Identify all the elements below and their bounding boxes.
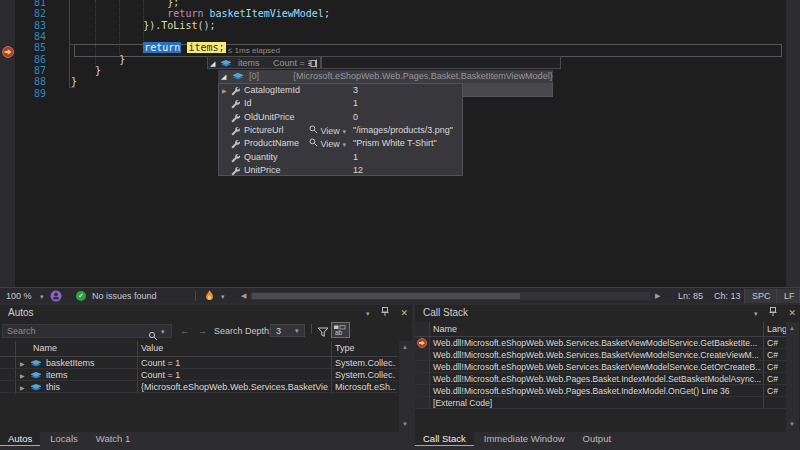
line-number[interactable]: 82 [15,8,46,20]
autos-title[interactable]: Autos [0,305,412,321]
scroll-down-icon[interactable]: ▼ [789,421,795,427]
hot-reload-icon[interactable] [204,290,215,304]
zoom-level[interactable]: 100 % [6,291,32,301]
expander-expanded-icon[interactable]: ◢ [210,60,215,68]
frame-name: Web.dll!Microsoft.eShopWeb.Web.Services.… [433,362,761,372]
column-header-lang[interactable]: Lang [767,324,787,334]
pin-icon[interactable] [381,308,389,318]
line-number[interactable]: 84 [15,31,46,43]
autos-row[interactable]: ▶this{Microsoft.eShopWeb.Web.Services.Ba… [0,381,398,393]
datatip-items-row[interactable]: ◢ items Count = 1 [207,56,321,69]
search-box[interactable]: ▾ [2,324,172,338]
expander-collapsed-icon[interactable]: ▶ [20,384,25,391]
expander-collapsed-icon[interactable]: ▶ [222,87,227,94]
datatip-member-row[interactable]: UnitPrice12 [219,164,462,177]
pin-icon[interactable] [769,308,777,318]
scroll-left-icon[interactable]: ◀ [241,292,246,300]
line-number[interactable]: 87 [15,65,46,77]
search-input[interactable] [7,325,125,337]
line-number[interactable]: 83 [15,20,46,32]
expander-collapsed-icon[interactable]: ▶ [20,372,25,379]
call-stack-scrollbar[interactable]: ▲ ▼ [786,322,799,432]
tab-immediate-window[interactable]: Immediate Window [476,432,573,446]
scroll-up-icon[interactable]: ▲ [789,325,795,331]
column-header-name[interactable]: Name [33,343,57,353]
column-indicator[interactable]: Ch: 13 [714,291,741,301]
code-line[interactable]: } [71,65,101,77]
perf-tip[interactable]: ≤ 1ms elapsed [228,46,280,55]
datatip-member-row[interactable]: ▶CatalogItemId3 [219,84,462,97]
code-line[interactable]: return basketItemViewModel; [71,8,330,20]
code-editor[interactable]: 818283848586878889 }; return basketItemV… [0,0,786,287]
member-value: 1 [353,152,358,162]
scroll-right-icon[interactable]: ▶ [655,292,660,300]
property-wrench-icon [230,139,240,151]
autos-row[interactable]: ▶basketItemsCount = 1System.Collec... [0,357,398,369]
call-stack-frame[interactable]: [External Code] [415,397,786,409]
search-options-caret-icon[interactable]: ▾ [161,328,165,336]
search-depth-select[interactable]: 3 ▾ [270,324,305,337]
scroll-up-icon[interactable]: ▲ [402,344,408,350]
tab-watch-1[interactable]: Watch 1 [88,432,139,446]
view-button[interactable]: View ▾ [309,138,346,149]
datatip-member-row[interactable]: OldUnitPrice0 [219,111,462,124]
datatip-member-row[interactable]: PictureUrl View ▾"/images/products/3.png… [219,124,462,137]
search-depth-caret-icon[interactable]: ▾ [295,327,299,335]
code-line[interactable]: } [71,76,77,88]
live-share-icon[interactable] [50,290,62,304]
line-number[interactable]: 86 [15,54,46,66]
line-number[interactable]: 88 [15,76,46,88]
breakpoint-current-statement-icon[interactable] [2,44,14,56]
hot-reload-caret-icon[interactable]: ▾ [221,293,225,301]
line-number[interactable]: 89 [15,88,46,100]
health-check-icon[interactable]: ✓ [76,291,86,301]
column-header-name[interactable]: Name [433,324,457,334]
view-caret-icon[interactable]: ▾ [342,141,346,148]
column-header-type[interactable]: Type [335,343,355,353]
code-line[interactable]: }).ToList(); [71,20,216,32]
line-number[interactable]: 85 [15,42,46,54]
code-segment: (); [197,20,215,31]
call-stack-frame[interactable]: Web.dll!Microsoft.eShopWeb.Web.Pages.Bas… [415,373,786,385]
view-caret-icon[interactable]: ▾ [342,128,346,135]
line-indicator[interactable]: Ln: 85 [678,291,703,301]
tab-autos[interactable]: Autos [0,432,40,446]
zoom-caret-icon[interactable]: ▾ [40,293,44,301]
close-icon[interactable]: ✕ [788,308,796,318]
window-position-icon[interactable]: ▾ [366,310,370,317]
datatip-element-row[interactable]: ◢ [0] {Microsoft.eShopWeb.Web.Pages.Bask… [218,70,553,83]
autos-row[interactable]: ▶itemsCount = 1System.Collec... [0,369,398,381]
autos-scrollbar[interactable]: ▲ ▼ [399,341,412,432]
expander-collapsed-icon[interactable]: ▶ [20,360,25,367]
call-stack-frame[interactable]: Web.dll!Microsoft.eShopWeb.Web.Services.… [415,361,786,373]
horizontal-scrollbar-thumb[interactable] [252,293,520,299]
code-line[interactable]: return items; [71,42,226,54]
health-status-text[interactable]: No issues found [92,291,157,301]
line-ending-indicator[interactable]: LF [776,289,800,303]
call-stack-title[interactable]: Call Stack [415,305,800,321]
datatip-member-row[interactable]: Quantity1 [219,151,462,164]
spaces-indicator[interactable]: SPC [744,289,779,303]
property-wrench-icon [230,166,240,178]
datatip-variable-value: Count = 1 [273,58,312,68]
datatip-element-name: [0] [249,71,259,81]
tab-locals[interactable]: Locals [42,432,85,446]
datatip-member-row[interactable]: Id1 [219,97,462,110]
expander-expanded-icon[interactable]: ◢ [221,73,226,81]
search-forward-icon[interactable]: → [198,326,207,336]
datatip-member-row[interactable]: ProductName View ▾"Prism White T-Shirt" [219,137,462,150]
tab-call-stack[interactable]: Call Stack [415,432,474,446]
search-back-icon[interactable]: ← [180,326,189,336]
filter-icon[interactable] [317,324,329,342]
call-stack-frame[interactable]: Web.dll!Microsoft.eShopWeb.Web.Services.… [415,337,786,349]
tab-output[interactable]: Output [575,432,620,446]
call-stack-frame[interactable]: Web.dll!Microsoft.eShopWeb.Web.Pages.Bas… [415,385,786,397]
call-stack-frame[interactable]: Web.dll!Microsoft.eShopWeb.Web.Services.… [415,349,786,361]
scroll-down-icon[interactable]: ▼ [402,421,408,427]
format-values-button[interactable]: ab [331,322,350,338]
close-icon[interactable]: ✕ [400,308,408,318]
column-header-value[interactable]: Value [141,343,163,353]
view-button[interactable]: View ▾ [309,125,346,136]
code-line[interactable]: } [71,54,125,66]
window-position-icon[interactable]: ▾ [754,310,758,317]
